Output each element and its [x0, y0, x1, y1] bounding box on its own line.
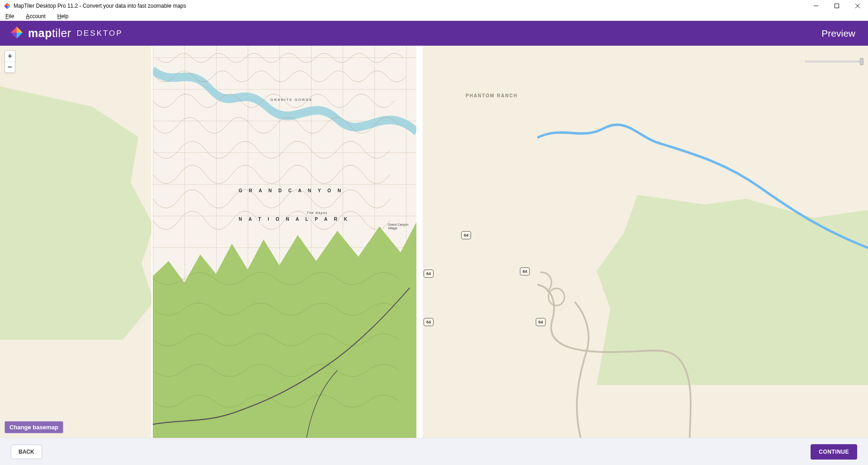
menu-file[interactable]: File: [5, 13, 14, 19]
footer: BACK CONTINUE: [0, 438, 868, 465]
basemap-lines: [0, 46, 868, 438]
map-preview[interactable]: + − Change basemap PHANTOM RANCH 64 64 6…: [0, 46, 868, 438]
change-basemap-button[interactable]: Change basemap: [5, 421, 63, 433]
brand-name: maptiler: [28, 27, 71, 40]
brand-suffix: DESKTOP: [77, 29, 123, 38]
svg-marker-1: [7, 3, 10, 6]
window-title: MapTiler Desktop Pro 11.2 - Convert your…: [14, 3, 806, 9]
overlay-label-grand-canyon: G R A N D C A N Y O N: [239, 188, 344, 193]
overlay-label-granite-gorge: GRANITE GORGE: [270, 98, 313, 102]
zoom-in-button[interactable]: +: [5, 51, 15, 62]
continue-button[interactable]: CONTINUE: [811, 444, 857, 460]
overlay-label-national-park: N A T I O N A L P A R K: [239, 217, 350, 222]
svg-rect-5: [835, 4, 839, 8]
back-button[interactable]: BACK: [11, 445, 42, 459]
zoom-out-button[interactable]: −: [5, 62, 15, 72]
overlay-topo-image: G R A N D C A N Y O N N A T I O N A L P …: [151, 46, 423, 438]
window-titlebar: MapTiler Desktop Pro 11.2 - Convert your…: [0, 0, 868, 12]
slider-thumb-icon[interactable]: [860, 58, 863, 65]
overlay-label-the-abyss: The Abyss: [307, 211, 328, 215]
svg-marker-3: [4, 6, 7, 9]
window-maximize-button[interactable]: [826, 0, 847, 12]
svg-marker-11: [11, 33, 17, 38]
window-minimize-button[interactable]: [806, 0, 826, 12]
app-header: maptiler DESKTOP Preview: [0, 21, 868, 46]
svg-marker-10: [17, 33, 23, 38]
brand: maptiler DESKTOP: [10, 26, 123, 41]
overlay-label-village: Grand Canyon Village: [388, 223, 415, 230]
opacity-slider[interactable]: [805, 59, 863, 64]
menu-help[interactable]: Help: [57, 13, 69, 19]
brand-logo-icon: [10, 26, 24, 41]
zoom-control: + −: [5, 50, 15, 73]
app-icon: [4, 2, 11, 9]
window-close-button[interactable]: [847, 0, 868, 12]
svg-marker-9: [17, 27, 23, 33]
page-title: Preview: [821, 28, 855, 39]
svg-point-12: [548, 288, 565, 305]
menu-account[interactable]: Account: [26, 13, 45, 19]
svg-marker-2: [7, 6, 10, 9]
menubar: File Account Help: [0, 12, 868, 21]
